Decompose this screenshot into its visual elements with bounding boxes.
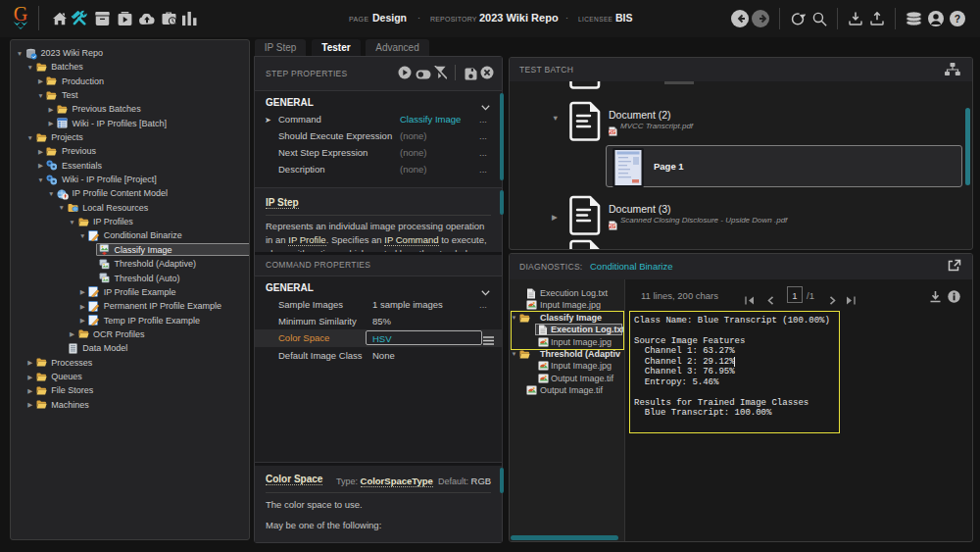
svg-text:PDF: PDF <box>609 130 616 134</box>
svg-text:PDF: PDF <box>609 225 616 228</box>
svg-text:?: ? <box>955 14 960 25</box>
svg-text:G: G <box>14 6 27 25</box>
